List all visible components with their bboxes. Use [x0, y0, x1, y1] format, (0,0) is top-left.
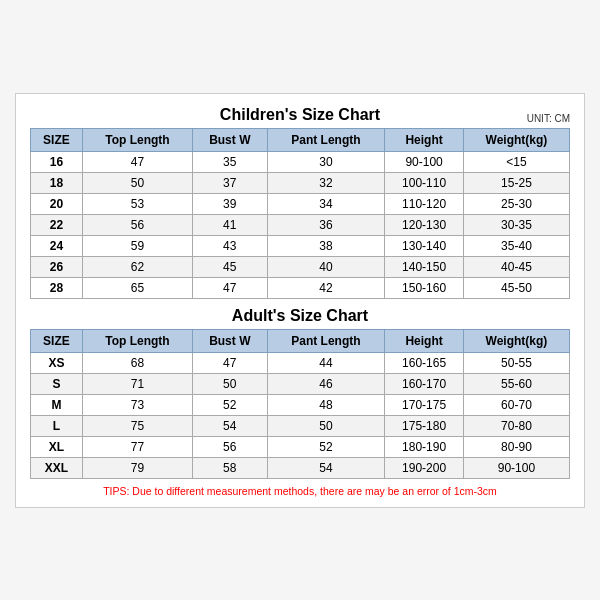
adult-col-weight: Weight(kg) — [463, 329, 569, 352]
adult-cell: 71 — [82, 373, 192, 394]
children-cell: 18 — [31, 172, 83, 193]
adult-cell: L — [31, 415, 83, 436]
children-cell: 62 — [82, 256, 192, 277]
children-cell: 56 — [82, 214, 192, 235]
children-cell: 34 — [267, 193, 385, 214]
adult-cell: 50 — [193, 373, 268, 394]
children-cell: 25-30 — [463, 193, 569, 214]
children-cell: 36 — [267, 214, 385, 235]
chart-container: Children's Size Chart UNIT: CM SIZE Top … — [15, 93, 585, 508]
adult-data-row: XL775652180-19080-90 — [31, 436, 570, 457]
adult-cell: M — [31, 394, 83, 415]
children-cell: 35 — [193, 151, 268, 172]
children-table: SIZE Top Length Bust W Pant Length Heigh… — [30, 128, 570, 299]
children-cell: 45 — [193, 256, 268, 277]
adult-cell: 60-70 — [463, 394, 569, 415]
children-data-row: 1647353090-100<15 — [31, 151, 570, 172]
children-cell: 30-35 — [463, 214, 569, 235]
adult-cell: 58 — [193, 457, 268, 478]
children-title-row: Children's Size Chart UNIT: CM — [30, 106, 570, 124]
children-cell: 59 — [82, 235, 192, 256]
children-cell: 22 — [31, 214, 83, 235]
children-data-row: 22564136120-13030-35 — [31, 214, 570, 235]
adult-cell: 75 — [82, 415, 192, 436]
children-data-row: 18503732100-11015-25 — [31, 172, 570, 193]
adult-cell: 160-165 — [385, 352, 464, 373]
adult-cell: 160-170 — [385, 373, 464, 394]
children-data-row: 20533934110-12025-30 — [31, 193, 570, 214]
children-cell: 130-140 — [385, 235, 464, 256]
children-cell: 45-50 — [463, 277, 569, 298]
adult-cell: 44 — [267, 352, 385, 373]
adult-table: SIZE Top Length Bust W Pant Length Heigh… — [30, 329, 570, 479]
children-col-pantlength: Pant Length — [267, 128, 385, 151]
adult-data-row: M735248170-17560-70 — [31, 394, 570, 415]
adult-col-toplength: Top Length — [82, 329, 192, 352]
adult-cell: 50-55 — [463, 352, 569, 373]
adult-cell: 73 — [82, 394, 192, 415]
adult-section: Adult's Size Chart SIZE Top Length Bust … — [30, 307, 570, 479]
children-header-row: SIZE Top Length Bust W Pant Length Heigh… — [31, 128, 570, 151]
children-cell: 38 — [267, 235, 385, 256]
adult-cell: 175-180 — [385, 415, 464, 436]
children-cell: 120-130 — [385, 214, 464, 235]
adult-col-height: Height — [385, 329, 464, 352]
children-col-toplength: Top Length — [82, 128, 192, 151]
adult-cell: 52 — [193, 394, 268, 415]
children-cell: 26 — [31, 256, 83, 277]
children-cell: 40-45 — [463, 256, 569, 277]
children-cell: 32 — [267, 172, 385, 193]
adult-cell: XXL — [31, 457, 83, 478]
children-col-height: Height — [385, 128, 464, 151]
adult-cell: 70-80 — [463, 415, 569, 436]
adult-col-bustw: Bust W — [193, 329, 268, 352]
children-cell: 47 — [82, 151, 192, 172]
adult-title: Adult's Size Chart — [232, 307, 368, 325]
children-cell: <15 — [463, 151, 569, 172]
children-cell: 42 — [267, 277, 385, 298]
children-cell: 90-100 — [385, 151, 464, 172]
children-cell: 28 — [31, 277, 83, 298]
adult-cell: 90-100 — [463, 457, 569, 478]
adult-cell: XS — [31, 352, 83, 373]
unit-label: UNIT: CM — [527, 113, 570, 124]
adult-col-size: SIZE — [31, 329, 83, 352]
adult-cell: 54 — [267, 457, 385, 478]
children-cell: 16 — [31, 151, 83, 172]
children-cell: 41 — [193, 214, 268, 235]
adult-cell: 79 — [82, 457, 192, 478]
adult-cell: 52 — [267, 436, 385, 457]
adult-col-pantlength: Pant Length — [267, 329, 385, 352]
children-data-row: 28654742150-16045-50 — [31, 277, 570, 298]
children-cell: 39 — [193, 193, 268, 214]
adult-cell: 55-60 — [463, 373, 569, 394]
adult-cell: 47 — [193, 352, 268, 373]
children-cell: 43 — [193, 235, 268, 256]
adult-cell: 170-175 — [385, 394, 464, 415]
children-cell: 65 — [82, 277, 192, 298]
adult-header-row: SIZE Top Length Bust W Pant Length Heigh… — [31, 329, 570, 352]
adult-cell: 180-190 — [385, 436, 464, 457]
adult-data-row: XS684744160-16550-55 — [31, 352, 570, 373]
children-cell: 100-110 — [385, 172, 464, 193]
adult-cell: XL — [31, 436, 83, 457]
children-col-weight: Weight(kg) — [463, 128, 569, 151]
adult-cell: 77 — [82, 436, 192, 457]
adult-cell: 190-200 — [385, 457, 464, 478]
adult-cell: 56 — [193, 436, 268, 457]
adult-data-row: L755450175-18070-80 — [31, 415, 570, 436]
adult-cell: S — [31, 373, 83, 394]
children-cell: 20 — [31, 193, 83, 214]
children-col-size: SIZE — [31, 128, 83, 151]
adult-title-row: Adult's Size Chart — [30, 307, 570, 325]
children-cell: 50 — [82, 172, 192, 193]
adult-cell: 54 — [193, 415, 268, 436]
adult-cell: 80-90 — [463, 436, 569, 457]
children-cell: 110-120 — [385, 193, 464, 214]
adult-cell: 46 — [267, 373, 385, 394]
children-data-row: 26624540140-15040-45 — [31, 256, 570, 277]
adult-data-row: XXL795854190-20090-100 — [31, 457, 570, 478]
children-cell: 37 — [193, 172, 268, 193]
children-cell: 150-160 — [385, 277, 464, 298]
children-cell: 35-40 — [463, 235, 569, 256]
